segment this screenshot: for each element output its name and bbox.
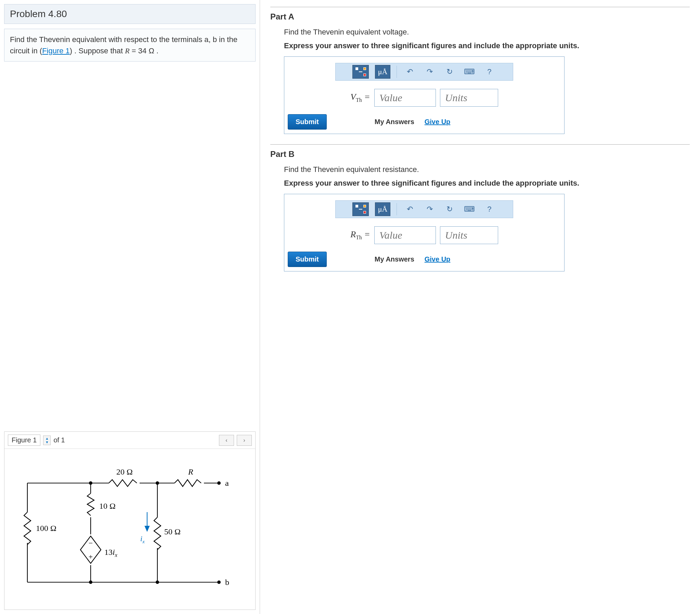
- redo-icon: ↷: [427, 67, 433, 76]
- keyboard-button[interactable]: ⌨: [463, 65, 476, 79]
- part-a: Part A Find the Thevenin equivalent volt…: [270, 7, 690, 134]
- reset-icon: ↻: [447, 205, 453, 214]
- keyboard-button[interactable]: ⌨: [463, 202, 476, 216]
- units-picker-button[interactable]: μÅ: [375, 202, 391, 216]
- right-pane: Part A Find the Thevenin equivalent volt…: [260, 0, 700, 614]
- undo-button[interactable]: ↶: [403, 65, 417, 79]
- my-answers-label: My Answers: [375, 255, 414, 263]
- templates-button[interactable]: [352, 202, 369, 216]
- give-up-link[interactable]: Give Up: [425, 118, 451, 126]
- undo-icon: ↶: [407, 67, 413, 76]
- svg-text:−: −: [88, 539, 92, 547]
- redo-button[interactable]: ↷: [423, 65, 437, 79]
- problem-statement: Find the Thevenin equivalent with respec…: [4, 29, 255, 62]
- svg-point-11: [89, 580, 92, 584]
- label-R: R: [188, 467, 193, 476]
- keyboard-icon: ⌨: [464, 67, 475, 76]
- figure-body: − +: [4, 449, 255, 610]
- my-answers-label: My Answers: [375, 118, 414, 126]
- stepper-down-icon: ▼: [45, 440, 49, 444]
- reset-icon: ↻: [447, 67, 453, 76]
- part-a-input-row: VTh =: [284, 89, 564, 107]
- chevron-right-icon: ›: [243, 437, 245, 444]
- help-button[interactable]: ?: [483, 65, 496, 79]
- svg-point-13: [217, 481, 221, 485]
- label-R10: 10 Ω: [99, 501, 116, 510]
- templates-button[interactable]: [352, 65, 369, 79]
- terminal-a: a: [225, 478, 229, 487]
- problem-text-mid: ) . Suppose that: [70, 47, 125, 55]
- vth-label: VTh =: [350, 92, 370, 103]
- label-src: 13ix: [104, 548, 117, 558]
- part-b: Part B Find the Thevenin equivalent resi…: [270, 144, 690, 271]
- redo-icon: ↷: [427, 205, 433, 214]
- figure-panel: Figure 1 ▲ ▼ of 1 ‹ ›: [4, 432, 255, 610]
- reset-button[interactable]: ↻: [443, 202, 457, 216]
- submit-button[interactable]: Submit: [288, 114, 327, 130]
- reset-button[interactable]: ↻: [443, 65, 457, 79]
- figure-header: Figure 1 ▲ ▼ of 1 ‹ ›: [4, 432, 255, 449]
- label-R50: 50 Ω: [164, 527, 180, 536]
- rth-label: RTh =: [350, 229, 370, 241]
- stepper-up-icon: ▲: [45, 437, 49, 440]
- answer-toolbar: μÅ ↶ ↷ ↻ ⌨ ?: [335, 63, 513, 81]
- vth-units-input[interactable]: [440, 89, 498, 107]
- template-icon: [355, 67, 358, 70]
- give-up-link[interactable]: Give Up: [425, 255, 451, 263]
- vth-value-input[interactable]: [374, 89, 436, 107]
- figure-next-button[interactable]: ›: [237, 435, 252, 446]
- chevron-left-icon: ‹: [225, 437, 227, 444]
- part-b-instructions: Express your answer to three significant…: [284, 179, 690, 188]
- svg-point-12: [156, 580, 159, 584]
- part-a-instructions: Express your answer to three significant…: [284, 41, 690, 50]
- figure-prev-button[interactable]: ‹: [219, 435, 234, 446]
- figure-count: of 1: [53, 436, 65, 444]
- terminal-b: b: [225, 578, 229, 587]
- left-pane: Problem 4.80 Find the Thevenin equivalen…: [0, 0, 260, 614]
- part-b-answer-box: μÅ ↶ ↷ ↻ ⌨ ? RTh = Submit My Answers Giv…: [284, 194, 564, 271]
- label-R100: 100 Ω: [36, 524, 57, 533]
- svg-point-10: [156, 481, 159, 485]
- svg-text:+: +: [88, 552, 92, 561]
- units-picker-button[interactable]: μÅ: [375, 65, 391, 79]
- figure-nav: ‹ ›: [219, 435, 252, 446]
- rth-units-input[interactable]: [440, 226, 498, 244]
- svg-point-14: [217, 580, 221, 584]
- svg-point-9: [89, 481, 92, 485]
- figure-label: Figure 1: [8, 435, 40, 446]
- submit-button[interactable]: Submit: [288, 252, 327, 267]
- keyboard-icon: ⌨: [464, 205, 475, 214]
- R-value: = 34 Ω .: [130, 47, 159, 55]
- part-a-actions: Submit My Answers Give Up: [284, 114, 564, 134]
- rth-value-input[interactable]: [374, 226, 436, 244]
- part-b-title: Part B: [270, 150, 690, 159]
- undo-button[interactable]: ↶: [403, 202, 417, 216]
- part-b-input-row: RTh =: [284, 226, 564, 244]
- part-b-actions: Submit My Answers Give Up: [284, 252, 564, 271]
- figure-stepper[interactable]: ▲ ▼: [43, 436, 51, 445]
- part-a-title: Part A: [270, 12, 690, 22]
- redo-button[interactable]: ↷: [423, 202, 437, 216]
- R-symbol: R: [125, 47, 129, 55]
- label-ix: ix: [140, 534, 145, 544]
- problem-title: Problem 4.80: [4, 4, 255, 24]
- template-icon: [355, 205, 358, 207]
- part-a-prompt: Find the Thevenin equivalent voltage.: [284, 28, 690, 37]
- label-R20: 20 Ω: [116, 467, 133, 476]
- circuit-diagram: − +: [14, 456, 246, 603]
- help-button[interactable]: ?: [483, 202, 496, 216]
- part-a-answer-box: μÅ ↶ ↷ ↻ ⌨ ? VTh = Submit My Answers Giv…: [284, 56, 564, 134]
- undo-icon: ↶: [407, 205, 413, 214]
- figure-link[interactable]: Figure 1: [42, 47, 70, 55]
- part-b-prompt: Find the Thevenin equivalent resistance.: [284, 165, 690, 174]
- answer-toolbar: μÅ ↶ ↷ ↻ ⌨ ?: [335, 200, 513, 218]
